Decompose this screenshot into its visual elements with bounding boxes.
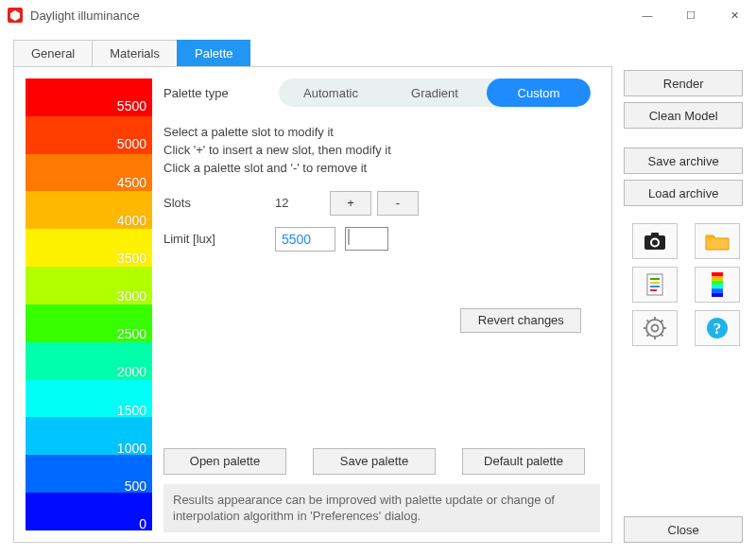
tabs-row: General Materials Palette [13, 40, 612, 66]
tab-palette[interactable]: Palette [177, 40, 250, 66]
scale-label: 3000 [117, 267, 146, 304]
help-button[interactable]: ? [695, 310, 740, 346]
default-palette-button[interactable]: Default palette [462, 448, 585, 475]
svg-text:?: ? [713, 320, 722, 338]
help-icon: ? [706, 317, 729, 339]
tab-general[interactable]: General [13, 40, 93, 66]
palette-panel: 5500500045004000350030002500200015001000… [13, 66, 612, 543]
scale-label: 1500 [117, 380, 146, 418]
instructions-line: Click a palette slot and '-' to remove i… [163, 160, 600, 178]
minimize-button[interactable]: — [626, 0, 669, 30]
svg-line-24 [647, 334, 650, 337]
open-palette-button[interactable]: Open palette [163, 448, 286, 475]
camera-icon [644, 232, 666, 251]
palette-type-label: Palette type [163, 86, 267, 100]
svg-rect-2 [651, 233, 659, 236]
window-title: Daylight illuminance [30, 9, 626, 23]
scale-label: 1000 [117, 419, 146, 457]
instructions: Select a palette slot to modify it Click… [163, 124, 600, 178]
tab-materials[interactable]: Materials [92, 40, 178, 66]
limit-color-swatch [348, 229, 350, 245]
svg-rect-5 [647, 274, 662, 295]
svg-point-17 [652, 325, 659, 332]
clean-model-button[interactable]: Clean Model [624, 102, 743, 129]
close-window-button[interactable]: ✕ [713, 0, 756, 30]
scale-label: 5000 [117, 114, 146, 152]
palette-type-automatic[interactable]: Automatic [279, 78, 383, 107]
palette-type-custom[interactable]: Custom [487, 78, 591, 107]
scale-label: 4000 [117, 191, 146, 229]
slots-plus-button[interactable]: + [330, 191, 371, 216]
palette-type-segmented: Automatic Gradient Custom [279, 78, 591, 107]
save-palette-button[interactable]: Save palette [313, 448, 436, 475]
scale-label: 0 [117, 495, 146, 532]
settings-button[interactable] [632, 310, 678, 346]
color-scale[interactable]: 5500500045004000350030002500200015001000… [26, 77, 152, 532]
scale-label: 3500 [117, 229, 146, 267]
instructions-line: Select a palette slot to modify it [163, 124, 600, 142]
svg-rect-11 [712, 276, 723, 280]
close-button[interactable]: Close [624, 516, 743, 543]
folder-button[interactable] [695, 223, 740, 259]
scale-label: 5500 [117, 77, 146, 114]
palette-bar-icon [712, 272, 723, 297]
svg-line-25 [661, 321, 663, 323]
slots-minus-button[interactable]: - [377, 191, 419, 216]
svg-rect-10 [712, 272, 723, 276]
load-archive-button[interactable]: Load archive [624, 180, 743, 206]
svg-rect-15 [712, 293, 723, 298]
folder-icon [705, 232, 730, 251]
palette-type-gradient[interactable]: Gradient [383, 78, 487, 107]
svg-rect-14 [712, 288, 723, 292]
save-archive-button[interactable]: Save archive [624, 148, 743, 174]
scale-label: 500 [117, 457, 146, 495]
side-panel: Render Clean Model Save archive Load arc… [624, 40, 743, 543]
palette-bar-button[interactable] [695, 267, 740, 303]
render-button[interactable]: Render [624, 70, 743, 96]
svg-line-23 [661, 334, 663, 337]
title-bar: Daylight illuminance — ☐ ✕ [0, 0, 756, 30]
limit-color-button[interactable] [345, 227, 388, 251]
slots-label: Slots [163, 196, 275, 210]
hint-text: Results appearance can be improved with … [163, 484, 600, 532]
revert-button[interactable]: Revert changes [460, 308, 581, 333]
svg-line-22 [647, 321, 650, 323]
scale-label: 2000 [117, 342, 146, 380]
maximize-button[interactable]: ☐ [669, 0, 713, 30]
svg-point-4 [652, 240, 658, 246]
limit-input[interactable] [275, 227, 335, 252]
camera-button[interactable] [632, 223, 678, 259]
limit-label: Limit [lux] [163, 232, 275, 246]
notes-icon [645, 273, 664, 296]
sketchup-icon [8, 8, 23, 23]
svg-rect-12 [712, 281, 723, 285]
gear-icon [644, 317, 666, 339]
svg-rect-13 [712, 285, 723, 288]
scale-label: 4500 [117, 152, 146, 190]
instructions-line: Click '+' to insert a new slot, then mod… [163, 142, 600, 160]
scale-label: 2500 [117, 304, 146, 342]
notes-button[interactable] [632, 267, 678, 303]
slots-value: 12 [275, 196, 330, 210]
